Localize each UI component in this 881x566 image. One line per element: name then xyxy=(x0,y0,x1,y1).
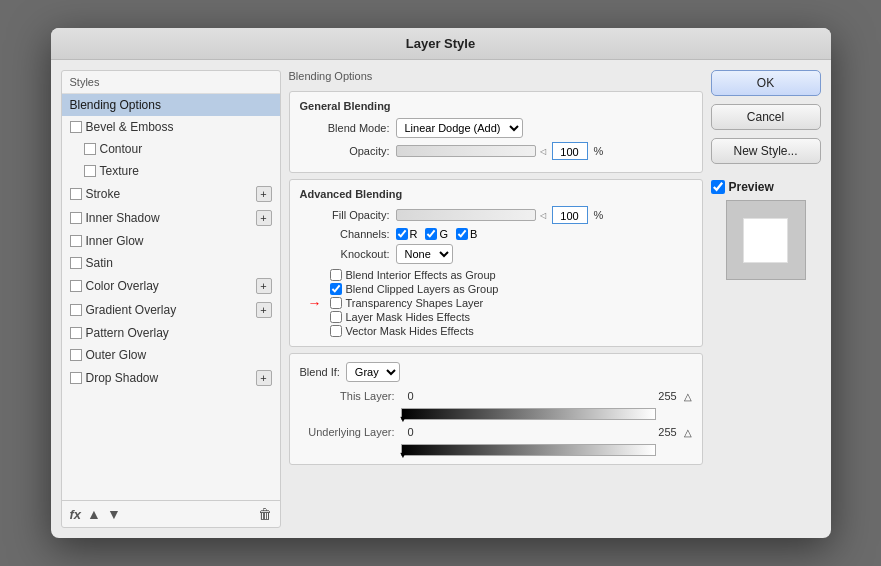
layer-mask-label: Layer Mask Hides Effects xyxy=(346,311,471,323)
this-layer-right-arrow: △ xyxy=(684,391,692,402)
sidebar-item-inner-glow[interactable]: Inner Glow xyxy=(62,230,280,252)
cancel-button[interactable]: Cancel xyxy=(711,104,821,130)
sidebar-plus-gradient-overlay[interactable]: + xyxy=(256,302,272,318)
sidebar-checkbox-gradient-overlay[interactable] xyxy=(70,304,82,316)
sidebar-checkbox-satin[interactable] xyxy=(70,257,82,269)
delete-button[interactable]: 🗑 xyxy=(258,506,272,522)
arrow-indicator: → xyxy=(308,295,322,311)
opacity-row: Opacity: ◁ 100 % xyxy=(300,142,692,160)
blend-interior-row: Blend Interior Effects as Group xyxy=(330,268,692,282)
sidebar-checkbox-texture[interactable] xyxy=(84,165,96,177)
fill-opacity-slider-track[interactable] xyxy=(396,209,536,221)
channel-g-label[interactable]: G xyxy=(425,228,448,240)
ok-button[interactable]: OK xyxy=(711,70,821,96)
opacity-arrow: ◁ xyxy=(540,147,546,156)
sidebar-plus-stroke[interactable]: + xyxy=(256,186,272,202)
vector-mask-checkbox[interactable] xyxy=(330,325,342,337)
move-down-button[interactable]: ▼ xyxy=(107,506,121,522)
sidebar-item-outer-glow[interactable]: Outer Glow xyxy=(62,344,280,366)
sidebar-item-contour[interactable]: Contour xyxy=(62,138,280,160)
sidebar-checkbox-color-overlay[interactable] xyxy=(70,280,82,292)
sidebar-plus-color-overlay[interactable]: + xyxy=(256,278,272,294)
channels-checkboxes: R G B xyxy=(396,228,478,240)
sidebar-label-outer-glow: Outer Glow xyxy=(86,348,147,362)
sidebar-plus-inner-shadow[interactable]: + xyxy=(256,210,272,226)
sidebar-item-texture[interactable]: Texture xyxy=(62,160,280,182)
sidebar-item-gradient-overlay[interactable]: Gradient Overlay+ xyxy=(62,298,280,322)
this-layer-min: 0 xyxy=(401,390,421,402)
fill-opacity-row: Fill Opacity: ◁ 100 % xyxy=(300,206,692,224)
blend-clipped-row: Blend Clipped Layers as Group xyxy=(330,282,692,296)
blend-mode-select[interactable]: Linear Dodge (Add) xyxy=(396,118,523,138)
main-top-label: Blending Options xyxy=(289,70,703,82)
sidebar-checkbox-bevel-emboss[interactable] xyxy=(70,121,82,133)
fx-button[interactable]: fx xyxy=(70,507,82,522)
transparency-shapes-label: Transparency Shapes Layer xyxy=(346,297,484,309)
channel-b-label[interactable]: B xyxy=(456,228,477,240)
blend-clipped-label: Blend Clipped Layers as Group xyxy=(346,283,499,295)
sidebar-checkbox-inner-glow[interactable] xyxy=(70,235,82,247)
channel-r-label[interactable]: R xyxy=(396,228,418,240)
fill-opacity-label: Fill Opacity: xyxy=(300,209,390,221)
sidebar-item-bevel-emboss[interactable]: Bevel & Emboss xyxy=(62,116,280,138)
blend-interior-checkbox[interactable] xyxy=(330,269,342,281)
this-layer-left-handle[interactable]: ▼ xyxy=(399,414,408,424)
knockout-select[interactable]: None xyxy=(396,244,453,264)
channel-r-checkbox[interactable] xyxy=(396,228,408,240)
sidebar-label-texture: Texture xyxy=(100,164,139,178)
knockout-row: Knockout: None xyxy=(300,244,692,264)
underlying-gradient-bar xyxy=(401,444,656,456)
transparency-shapes-checkbox[interactable] xyxy=(330,297,342,309)
blend-clipped-checkbox[interactable] xyxy=(330,283,342,295)
fill-opacity-value[interactable]: 100 xyxy=(552,206,588,224)
underlying-layer-gradient-row: ▼ xyxy=(300,444,692,456)
underlying-gradient-container: ▼ xyxy=(401,444,656,456)
channels-label: Channels: xyxy=(300,228,390,240)
underlying-layer-min: 0 xyxy=(401,426,421,438)
sidebar-item-stroke[interactable]: Stroke+ xyxy=(62,182,280,206)
new-style-button[interactable]: New Style... xyxy=(711,138,821,164)
underlying-left-handle[interactable]: ▼ xyxy=(399,450,408,460)
this-layer-label: This Layer: xyxy=(300,390,395,402)
sidebar-item-inner-shadow[interactable]: Inner Shadow+ xyxy=(62,206,280,230)
blend-if-select[interactable]: Gray xyxy=(346,362,400,382)
preview-checkbox[interactable] xyxy=(711,180,725,194)
dialog-title: Layer Style xyxy=(51,28,831,60)
advanced-checkboxes: Blend Interior Effects as Group Blend Cl… xyxy=(300,268,692,338)
sidebar-label-bevel-emboss: Bevel & Emboss xyxy=(86,120,174,134)
blend-interior-label: Blend Interior Effects as Group xyxy=(346,269,496,281)
opacity-slider-track[interactable] xyxy=(396,145,536,157)
sidebar-checkbox-stroke[interactable] xyxy=(70,188,82,200)
sidebar-label-pattern-overlay: Pattern Overlay xyxy=(86,326,169,340)
sidebar-checkbox-inner-shadow[interactable] xyxy=(70,212,82,224)
underlying-layer-max: 255 xyxy=(658,426,678,438)
sidebar-item-color-overlay[interactable]: Color Overlay+ xyxy=(62,274,280,298)
fill-opacity-arrow: ◁ xyxy=(540,211,546,220)
fill-opacity-percent: % xyxy=(594,209,604,221)
sidebar-checkbox-drop-shadow[interactable] xyxy=(70,372,82,384)
opacity-label: Opacity: xyxy=(300,145,390,157)
sidebar-item-drop-shadow[interactable]: Drop Shadow+ xyxy=(62,366,280,390)
transparency-shapes-row: → Transparency Shapes Layer xyxy=(330,296,692,310)
sidebar-item-pattern-overlay[interactable]: Pattern Overlay xyxy=(62,322,280,344)
this-layer-row: This Layer: 0 255 △ xyxy=(300,390,692,402)
sidebar-label-inner-shadow: Inner Shadow xyxy=(86,211,160,225)
move-up-button[interactable]: ▲ xyxy=(87,506,101,522)
layer-mask-checkbox[interactable] xyxy=(330,311,342,323)
layer-slider-section: This Layer: 0 255 △ ▼ xyxy=(300,390,692,456)
sidebar-label-satin: Satin xyxy=(86,256,113,270)
channels-row: Channels: R G B xyxy=(300,228,692,240)
preview-section: Preview xyxy=(711,180,821,280)
opacity-value[interactable]: 100 xyxy=(552,142,588,160)
layer-style-dialog: Layer Style Styles Blending OptionsBevel… xyxy=(51,28,831,538)
channel-b-checkbox[interactable] xyxy=(456,228,468,240)
sidebar-item-blending-options[interactable]: Blending Options xyxy=(62,94,280,116)
sidebar-checkbox-pattern-overlay[interactable] xyxy=(70,327,82,339)
sidebar-plus-drop-shadow[interactable]: + xyxy=(256,370,272,386)
sidebar-checkbox-outer-glow[interactable] xyxy=(70,349,82,361)
sidebar-item-satin[interactable]: Satin xyxy=(62,252,280,274)
this-layer-gradient-row: ▼ xyxy=(300,408,692,420)
channel-g-checkbox[interactable] xyxy=(425,228,437,240)
vector-mask-label: Vector Mask Hides Effects xyxy=(346,325,474,337)
sidebar-checkbox-contour[interactable] xyxy=(84,143,96,155)
